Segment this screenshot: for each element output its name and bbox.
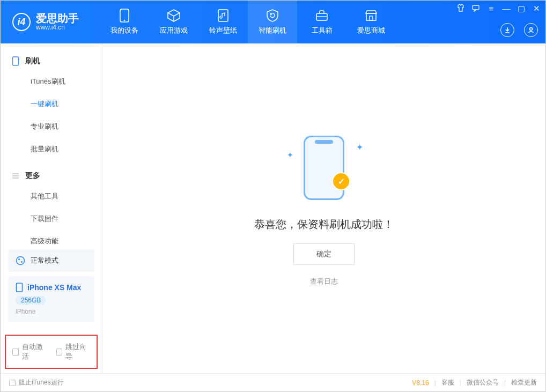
main-content: ✦ ✦ ✦ ✓ 恭喜您，保资料刷机成功啦！ 确定 查看日志 <box>102 43 545 373</box>
wechat-link[interactable]: 微信公众号 <box>467 378 499 387</box>
nav-store[interactable]: 爱思商城 <box>346 1 396 43</box>
music-file-icon <box>216 9 230 23</box>
sidebar-group-label: 更多 <box>25 171 40 181</box>
phone-icon <box>11 57 20 65</box>
sidebar-group-more: 更多 <box>1 166 102 185</box>
device-name: iPhone XS Max <box>27 283 81 292</box>
sidebar-item-advanced[interactable]: 高级功能 <box>1 230 102 244</box>
nav-label: 工具箱 <box>312 26 333 35</box>
status-label: 正常模式 <box>31 256 58 265</box>
svg-rect-6 <box>370 16 373 20</box>
device-phone-icon <box>16 283 23 292</box>
svg-point-8 <box>530 28 533 31</box>
sidebar-item-download-firmware[interactable]: 下载固件 <box>1 208 102 230</box>
highlight-box: 自动激活 跳过向导 <box>5 335 98 369</box>
app-header: i4 爱思助手 www.i4.cn 我的设备 应用游戏 铃声壁纸 <box>1 1 545 43</box>
sparkle-icon: ✦ <box>287 151 293 159</box>
nav-label: 爱思商城 <box>357 26 385 35</box>
checkbox-auto-activate[interactable]: 自动激活 <box>12 342 47 361</box>
nav-ringtones-wallpapers[interactable]: 铃声壁纸 <box>198 1 248 43</box>
checkbox-block-itunes[interactable]: 阻止iTunes运行 <box>9 378 64 387</box>
logo: i4 爱思助手 www.i4.cn <box>1 13 100 31</box>
checkbox-skip-guide[interactable]: 跳过向导 <box>56 342 91 361</box>
sidebar-group-label: 刷机 <box>25 56 40 66</box>
version-label: V8.16 <box>412 379 429 387</box>
sidebar-item-batch-flash[interactable]: 批量刷机 <box>1 138 102 160</box>
nav-flash[interactable]: 智能刷机 <box>248 1 297 43</box>
footer-right: V8.16 | 客服 | 微信公众号 | 检查更新 <box>412 378 537 387</box>
checkbox-label: 自动激活 <box>22 342 47 361</box>
list-icon <box>11 172 20 180</box>
svg-rect-2 <box>218 10 228 21</box>
minimize-icon[interactable]: — <box>501 4 511 13</box>
sidebar-scroll: 刷机 iTunes刷机 一键刷机 专业刷机 批量刷机 更多 其他工具 下载固件 … <box>1 43 102 244</box>
device-icon <box>117 9 131 23</box>
app-name: 爱思助手 <box>36 13 79 24</box>
feedback-icon[interactable] <box>471 4 481 13</box>
checkbox-icon <box>9 380 16 386</box>
menu-icon[interactable]: ≡ <box>486 4 496 13</box>
sidebar-item-itunes-flash[interactable]: iTunes刷机 <box>1 70 102 93</box>
status-card[interactable]: 正常模式 <box>8 249 94 272</box>
sparkle-icon: ✦ <box>356 142 363 152</box>
checkbox-label: 跳过向导 <box>65 342 90 361</box>
nav-apps-games[interactable]: 应用游戏 <box>149 1 198 43</box>
skin-icon[interactable] <box>456 4 466 13</box>
svg-rect-16 <box>17 283 23 292</box>
logo-text: 爱思助手 www.i4.cn <box>36 13 79 31</box>
shield-refresh-icon <box>265 9 279 23</box>
device-storage-badge: 256GB <box>16 296 46 305</box>
separator: | <box>460 379 461 387</box>
nav-my-device[interactable]: 我的设备 <box>100 1 149 43</box>
sidebar-item-other-tools[interactable]: 其他工具 <box>1 185 102 208</box>
success-illustration: ✦ ✦ ✦ ✓ <box>284 130 364 205</box>
main-nav: 我的设备 应用游戏 铃声壁纸 智能刷机 工具箱 <box>100 1 396 43</box>
window-controls: ≡ — ▢ ✕ <box>456 4 541 13</box>
app-body: 刷机 iTunes刷机 一键刷机 专业刷机 批量刷机 更多 其他工具 下载固件 … <box>1 43 545 373</box>
nav-label: 铃声壁纸 <box>209 26 237 35</box>
nav-label: 智能刷机 <box>259 26 286 35</box>
device-card[interactable]: iPhone XS Max 256GB iPhone <box>8 276 94 322</box>
sidebar-bottom: 正常模式 iPhone XS Max 256GB iPhone <box>1 244 102 331</box>
svg-point-15 <box>21 261 23 263</box>
separator: | <box>434 379 436 387</box>
store-icon <box>364 9 378 23</box>
device-type: iPhone <box>16 308 35 315</box>
view-log-link[interactable]: 查看日志 <box>310 277 338 286</box>
nav-toolbox[interactable]: 工具箱 <box>297 1 346 43</box>
footer: 阻止iTunes运行 V8.16 | 客服 | 微信公众号 | 检查更新 <box>1 373 545 391</box>
check-update-link[interactable]: 检查更新 <box>511 378 537 387</box>
maximize-icon[interactable]: ▢ <box>517 4 526 13</box>
check-circle-icon: ✓ <box>332 172 350 190</box>
header-actions <box>500 23 538 37</box>
separator: | <box>504 379 506 387</box>
footer-left: 阻止iTunes运行 <box>9 378 64 387</box>
phone-outline-icon <box>304 136 344 200</box>
logo-icon: i4 <box>12 13 31 31</box>
close-icon[interactable]: ✕ <box>532 4 541 13</box>
ok-button[interactable]: 确定 <box>293 243 355 265</box>
support-link[interactable]: 客服 <box>441 378 454 387</box>
sidebar-item-onekey-flash[interactable]: 一键刷机 <box>1 93 102 115</box>
checkbox-icon <box>56 349 63 356</box>
checkbox-icon <box>12 349 19 356</box>
download-icon[interactable] <box>500 23 514 37</box>
sidebar: 刷机 iTunes刷机 一键刷机 专业刷机 批量刷机 更多 其他工具 下载固件 … <box>1 43 102 373</box>
nav-label: 我的设备 <box>110 26 138 35</box>
svg-point-14 <box>18 258 20 260</box>
cube-icon <box>167 9 181 23</box>
user-icon[interactable] <box>524 23 538 37</box>
toolbox-icon <box>315 9 329 23</box>
svg-rect-9 <box>13 57 19 65</box>
svg-rect-5 <box>366 13 376 20</box>
svg-point-1 <box>124 20 125 21</box>
app-url: www.i4.cn <box>36 24 79 31</box>
status-icon <box>16 256 25 265</box>
svg-point-13 <box>17 257 25 265</box>
svg-rect-7 <box>473 5 479 10</box>
nav-label: 应用游戏 <box>160 26 188 35</box>
success-message: 恭喜您，保资料刷机成功啦！ <box>254 217 394 232</box>
sidebar-group-flash: 刷机 <box>1 51 102 70</box>
checkbox-label: 阻止iTunes运行 <box>19 378 64 387</box>
sidebar-item-pro-flash[interactable]: 专业刷机 <box>1 115 102 138</box>
